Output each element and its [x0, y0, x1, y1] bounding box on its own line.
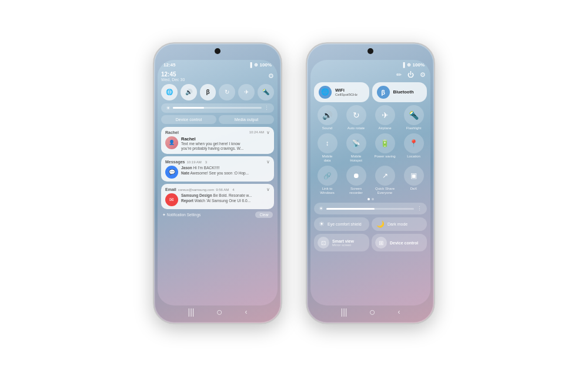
notif-date: Wed, Dec 30: [161, 78, 185, 82]
notif-messages-expand-icon[interactable]: ∨: [266, 159, 270, 164]
notif-rachel-app: Rachel: [165, 130, 179, 135]
left-status-bar: 12:45 ▐ ⊕ 100%: [158, 60, 278, 69]
clear-notifications-btn[interactable]: Clear: [255, 211, 273, 218]
qs-airplane-tile[interactable]: ✈ Airplane: [372, 105, 398, 130]
qs-mobiledata-tile[interactable]: ↕ Mobiledata: [314, 133, 340, 163]
qs-flashlight-icon: 🔦: [404, 105, 424, 125]
notif-email-expand-icon[interactable]: ∨: [266, 187, 270, 192]
qs-bluetooth-icon: β: [377, 86, 390, 99]
qs-powersaving-tile[interactable]: 🔋 Power saving: [372, 133, 398, 163]
left-nav-bar: ||| ○ ‹: [154, 306, 281, 318]
qs-wifi-info: WiFi CellSpot5GHz: [335, 88, 365, 96]
notif-email-time: 9:56 AM: [216, 188, 229, 192]
qs-brightness-row: ☀ ⋮: [314, 203, 427, 214]
qs-bluetooth-label: Bluetooth: [393, 89, 423, 95]
brightness-bar[interactable]: [173, 107, 262, 109]
qs-mobiledata-icon: ↕: [318, 133, 338, 153]
qs-wifi-icon: 🌐: [319, 86, 332, 99]
qs-autorotate-label: Auto rotate: [348, 126, 365, 130]
qs-brightness-more[interactable]: ⋮: [417, 206, 422, 211]
right-phone: ▐ ⊕ 100% ✏ ⏻ ⚙ 🌐 WiFi CellSpot5GHz: [306, 42, 435, 324]
qs-wifi-tile[interactable]: 🌐 WiFi CellSpot5GHz: [314, 82, 369, 102]
qs-dot-2[interactable]: [372, 198, 374, 200]
right-signal-icon: ▐: [402, 62, 405, 68]
action-buttons: Device control Media output: [161, 115, 274, 124]
airplane-icon: ✈: [244, 89, 249, 95]
airplane-toggle[interactable]: ✈: [238, 84, 255, 100]
qs-quickshare-tile[interactable]: ↗ Quick ShareEveryone: [372, 166, 398, 195]
notif-time: 12:45: [161, 71, 185, 78]
qs-location-tile[interactable]: 📍 Location: [400, 133, 427, 163]
power-icon[interactable]: ⏻: [407, 71, 414, 79]
wifi-toggle[interactable]: 🌐: [161, 84, 178, 100]
notif-messages-count: 3: [205, 160, 207, 164]
settings-icon[interactable]: ⚙: [420, 71, 426, 79]
qs-hotspot-label: MobileHotspot: [350, 155, 362, 163]
messages-preview1: Jason Hi I'm BACK!!!!!: [181, 166, 270, 170]
qs-quickshare-icon: ↗: [375, 166, 395, 186]
right-home-icon[interactable]: ○: [369, 306, 376, 318]
qs-hotspot-tile[interactable]: 📡 MobileHotspot: [343, 133, 369, 163]
left-time: 12:45: [163, 62, 175, 68]
notif-messages-time: 10:19 AM: [186, 160, 201, 164]
qs-flashlight-label: Flashlight: [406, 126, 422, 130]
qs-location-icon: 📍: [404, 133, 424, 153]
qs-darkmode-toggle[interactable]: 🌙 Dark mode: [372, 217, 427, 231]
sound-icon: 🔊: [185, 89, 192, 95]
right-recent-apps-icon[interactable]: |||: [341, 307, 348, 317]
recent-apps-icon[interactable]: |||: [188, 307, 195, 317]
pencil-icon[interactable]: ✏: [396, 71, 402, 79]
notif-settings-text[interactable]: ✦ Notification Settings: [162, 213, 201, 217]
notif-messages-body: 💬 Jason Hi I'm BACK!!!!! Nate Awesome! S…: [165, 166, 270, 179]
back-icon[interactable]: ‹: [245, 308, 247, 316]
settings-icon[interactable]: ⚙: [268, 72, 274, 80]
rotate-icon: ↻: [225, 89, 229, 95]
left-phone-notch: [215, 48, 220, 54]
left-battery: 100%: [260, 62, 272, 68]
messages-preview2: Nate Awesome! See you soon :O Hop...: [181, 171, 270, 176]
rotate-toggle[interactable]: ↻: [219, 84, 235, 100]
notif-email-sub: coreux@samsung.com: [178, 188, 214, 192]
email-avatar: ✉: [165, 193, 178, 206]
brightness-more-btn[interactable]: ⋮: [264, 105, 269, 111]
qs-smartview-label: Smart view: [332, 239, 366, 243]
qs-dot-1[interactable]: [368, 198, 370, 200]
home-icon[interactable]: ○: [216, 306, 223, 318]
left-signal-icon: ▐: [249, 62, 252, 68]
qs-bluetooth-info: Bluetooth: [393, 89, 423, 95]
qs-flashlight-tile[interactable]: 🔦 Flashlight: [400, 105, 427, 130]
left-phone-screen: 12:45 ▐ ⊕ 100% 12:45 Wed, Dec 30 ⚙ 🌐: [158, 60, 278, 305]
notif-rachel-header: Rachel 10:24 AM ∨: [165, 130, 270, 135]
qs-sound-tile[interactable]: 🔊 Sound: [314, 105, 340, 130]
qs-autorotate-tile[interactable]: ↻ Auto rotate: [343, 105, 369, 130]
qs-dex-tile[interactable]: ▣ DeX: [400, 166, 427, 195]
media-output-btn[interactable]: Media output: [219, 115, 274, 124]
qs-eyecomfort-label: Eye comfort shield: [328, 222, 362, 226]
qs-screenrecord-tile[interactable]: ⏺ Screenrecorder: [343, 166, 369, 195]
qs-eyecomfort-toggle[interactable]: ☀ Eye comfort shield: [314, 217, 369, 231]
qs-devicecontrol-icon: ⊞: [375, 237, 387, 249]
qs-eyecomfort-icon: ☀: [319, 220, 325, 228]
notification-email[interactable]: Email coreux@samsung.com 9:56 AM 4 ∨ ✉ S…: [161, 184, 274, 209]
bluetooth-toggle[interactable]: β: [200, 84, 216, 100]
qs-wifi-sub: CellSpot5GHz: [335, 93, 365, 96]
flashlight-toggle[interactable]: 🔦: [258, 84, 274, 100]
notif-header: 12:45 Wed, Dec 30 ⚙: [161, 70, 274, 84]
wifi-icon: 🌐: [166, 89, 173, 95]
qs-autorotate-icon: ↻: [346, 105, 366, 125]
qs-devicecontrol-btn[interactable]: ⊞ Device control: [372, 234, 427, 251]
device-control-btn[interactable]: Device control: [161, 115, 216, 124]
notif-rachel-expand-icon[interactable]: ∨: [266, 130, 270, 135]
brightness-row: ☀ ⋮: [161, 103, 274, 113]
notif-email-app: Email: [165, 187, 176, 192]
qs-linkwindows-tile[interactable]: 🔗 Link toWindows: [314, 166, 340, 195]
qs-smartview-btn[interactable]: ⊡ Smart view Mirror screen: [314, 234, 369, 251]
flashlight-icon: 🔦: [262, 89, 269, 95]
notif-settings-row: ✦ Notification Settings Clear: [161, 211, 274, 218]
sound-toggle[interactable]: 🔊: [181, 84, 197, 100]
qs-brightness-fill: [326, 208, 375, 210]
qs-bluetooth-tile[interactable]: β Bluetooth: [372, 82, 427, 102]
notification-messages[interactable]: Messages 10:19 AM 3 ∨ 💬 Jason Hi I'm BAC…: [161, 156, 274, 182]
right-back-icon[interactable]: ‹: [397, 308, 400, 316]
notification-rachel[interactable]: Rachel 10:24 AM ∨ 👤 Rachel Text me when …: [161, 127, 274, 155]
